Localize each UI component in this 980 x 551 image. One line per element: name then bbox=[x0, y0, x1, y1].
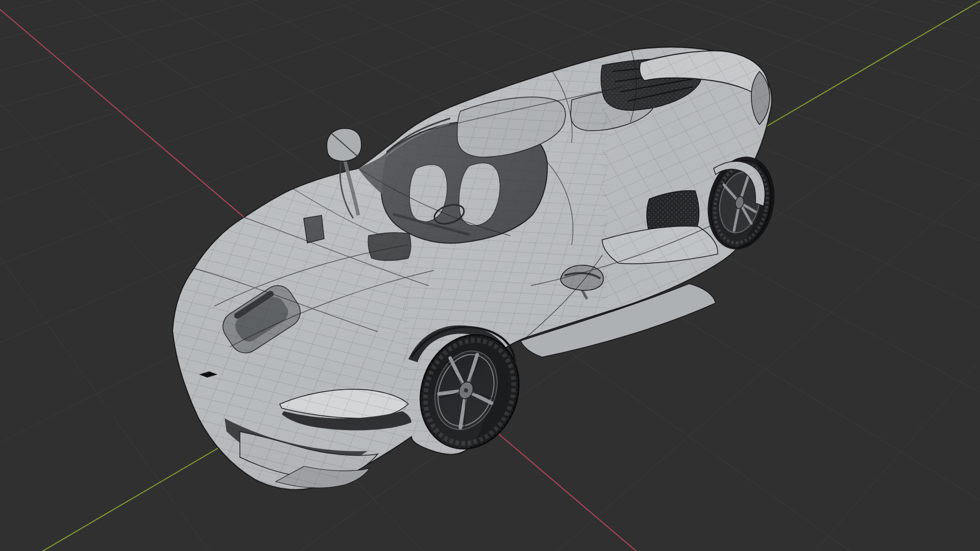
wireframe-mesh-overlay bbox=[163, 31, 786, 500]
car-model[interactable] bbox=[0, 0, 980, 551]
viewport-canvas[interactable] bbox=[0, 0, 980, 551]
car-body-group bbox=[163, 31, 786, 500]
